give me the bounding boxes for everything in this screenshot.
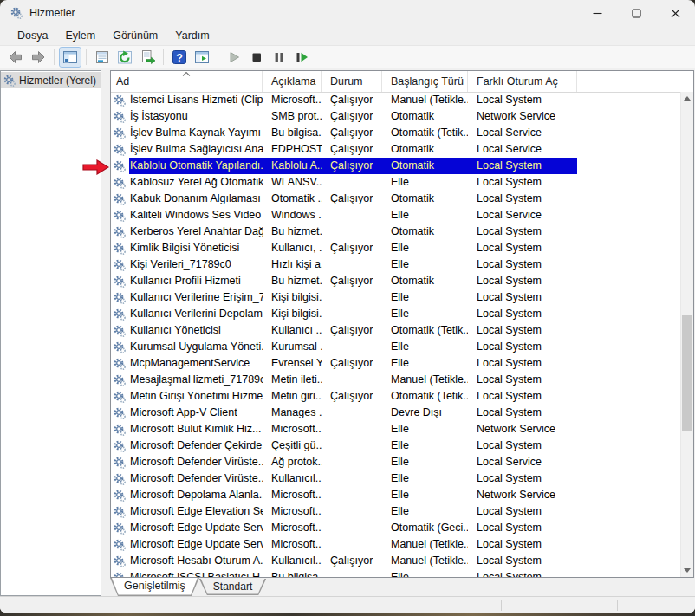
extended-view-button[interactable] bbox=[192, 48, 212, 67]
table-row[interactable]: Microsoft Edge Update Serv...Microsoft..… bbox=[111, 536, 680, 553]
gear-icon bbox=[114, 111, 126, 123]
table-row[interactable]: Microsoft Depolama Alanla...Microsoft...… bbox=[111, 487, 680, 503]
table-row[interactable]: Microsoft Edge Update Serv...Microsoft..… bbox=[111, 520, 680, 536]
scrollbar-thumb[interactable] bbox=[682, 315, 692, 431]
service-startup-type-cell: Elle bbox=[382, 470, 468, 487]
gear-icon bbox=[114, 490, 126, 502]
service-log-on-as-cell: Local System bbox=[468, 520, 577, 536]
close-button[interactable] bbox=[656, 0, 695, 26]
service-startup-type-cell: Elle bbox=[382, 289, 468, 306]
service-log-on-as-cell: Local System bbox=[468, 553, 577, 569]
scroll-up-button[interactable] bbox=[681, 92, 693, 105]
table-row[interactable]: Microsoft Hesabı Oturum A...Kullanıcıl..… bbox=[111, 553, 680, 569]
table-row[interactable]: İşlev Bulma Kaynak YayımıBu bilgisa...Ça… bbox=[111, 125, 680, 141]
service-status-cell bbox=[322, 454, 382, 470]
refresh-icon bbox=[116, 49, 133, 66]
pause-service-icon bbox=[270, 49, 288, 66]
table-row[interactable]: McpManagementServiceEvrensel Y...Çalışıy… bbox=[111, 355, 680, 372]
service-log-on-as-cell: Local System bbox=[468, 372, 577, 388]
column-header-farkl-oturum-a-[interactable]: Farklı Oturum Aç bbox=[468, 71, 577, 92]
back-button[interactable] bbox=[5, 48, 26, 67]
gear-icon bbox=[114, 440, 126, 452]
table-row[interactable]: Metin Girişi Yönetimi HizmetiMetin giri.… bbox=[111, 388, 680, 405]
column-header-a-klama[interactable]: Açıklama bbox=[263, 71, 322, 92]
export-list-button[interactable] bbox=[137, 48, 158, 67]
help-button[interactable]: ? bbox=[169, 48, 190, 67]
stop-service-button[interactable] bbox=[246, 48, 267, 67]
console-tree-panel: Hizmetler (Yerel) bbox=[0, 70, 101, 596]
table-row[interactable]: Kullanıcı Verilerine Erişim_7...Kişi bil… bbox=[111, 289, 680, 306]
service-status-cell: Çalışıyor bbox=[322, 158, 382, 174]
service-log-on-as-cell: Local System bbox=[468, 240, 577, 256]
service-startup-type-cell: Elle bbox=[382, 487, 468, 503]
table-row[interactable]: Kablolu Otomatik Yapılandı...Kablolu A..… bbox=[111, 158, 680, 174]
table-row[interactable]: Microsoft Edge Elevation Se...Microsoft.… bbox=[111, 503, 680, 520]
table-row[interactable]: Kullanıcı Profili HizmetiBu hizmet...Çal… bbox=[111, 273, 680, 289]
gear-icon bbox=[3, 75, 16, 87]
service-name: Kurumsal Uygulama Yöneti... bbox=[129, 339, 263, 355]
table-row[interactable]: Microsoft Defender Çekirde...Çeşitli gü.… bbox=[111, 438, 680, 454]
menu-item-dosya[interactable]: Dosya bbox=[9, 28, 56, 43]
service-status-cell: Çalışıyor bbox=[322, 553, 382, 569]
table-row[interactable]: MesajlaşmaHizmeti_71789c0Metin ileti...M… bbox=[111, 372, 680, 388]
service-description-cell: Ağ protok... bbox=[263, 454, 322, 470]
table-row[interactable]: İş İstasyonuSMB prot...ÇalışıyorOtomatik… bbox=[111, 108, 680, 125]
title-bar: Hizmetler bbox=[0, 0, 695, 26]
tab-standart[interactable]: Standart bbox=[199, 579, 266, 595]
gear-icon bbox=[114, 308, 126, 321]
service-name-cell: Kablosuz Yerel Ağ Otomatik... bbox=[111, 174, 263, 191]
service-description-cell: Kullanıcı ... bbox=[263, 322, 322, 339]
pause-service-button[interactable] bbox=[269, 48, 289, 67]
column-header-label: Farklı Oturum Aç bbox=[477, 75, 558, 88]
service-name: Microsoft Depolama Alanla... bbox=[129, 487, 263, 503]
service-name: Kerberos Yerel Anahtar Dağı... bbox=[129, 224, 263, 240]
service-startup-type-cell: Otomatik (Geci... bbox=[382, 520, 468, 536]
table-row[interactable]: İstemci Lisans Hizmeti (Clip...Microsoft… bbox=[111, 92, 680, 108]
table-row[interactable]: Microsoft App-V ClientManages ...Devre D… bbox=[111, 405, 680, 421]
table-row[interactable]: Microsoft iSCSI Başlatıcı H...Bu bilgisa… bbox=[111, 569, 680, 577]
maximize-button[interactable] bbox=[617, 0, 656, 26]
service-startup-type-cell: Elle bbox=[382, 256, 468, 273]
table-row[interactable]: Kabuk Donanım AlgılamasıOtomatik ...Çalı… bbox=[111, 191, 680, 207]
minimize-button[interactable] bbox=[578, 0, 617, 26]
service-log-on-as-cell: Network Service bbox=[468, 421, 577, 438]
menu-item-g-r-n-m[interactable]: Görünüm bbox=[104, 28, 166, 43]
table-row[interactable]: Kullanıcı YöneticisiKullanıcı ...Çalışıy… bbox=[111, 322, 680, 339]
table-row[interactable]: İşlev Bulma Sağlayıcısı Ana ...FDPHOST..… bbox=[111, 141, 680, 158]
table-row[interactable]: Microsoft Defender Virüste...Ağ protok..… bbox=[111, 454, 680, 470]
table-row[interactable]: Kurumsal Uygulama Yöneti...Kurumsal ...E… bbox=[111, 339, 680, 355]
service-startup-type-cell: Elle bbox=[382, 306, 468, 322]
table-row[interactable]: Kaliteli Windows Ses Video ...Windows ..… bbox=[111, 207, 680, 224]
restart-service-button[interactable] bbox=[291, 48, 312, 67]
service-log-on-as-cell: Local System bbox=[468, 536, 577, 553]
table-row[interactable]: Microsoft Defender Virüste...Kullanıcıl.… bbox=[111, 470, 680, 487]
show-console-tree-button[interactable] bbox=[60, 48, 81, 67]
refresh-button[interactable] bbox=[114, 48, 135, 67]
start-service-button[interactable] bbox=[224, 48, 244, 67]
service-name-cell: Kerberos Yerel Anahtar Dağı... bbox=[111, 224, 263, 240]
table-row[interactable]: Kullanıcı Verilerini Depolam...Kişi bilg… bbox=[111, 306, 680, 322]
table-row[interactable]: Kerberos Yerel Anahtar Dağı...Bu hizmet.… bbox=[111, 224, 680, 240]
sidebar-item-hizmetler-yerel[interactable]: Hizmetler (Yerel) bbox=[1, 72, 101, 88]
table-row[interactable]: Kimlik Bilgisi YöneticisiKullanıcı, ...Ç… bbox=[111, 240, 680, 256]
menu-item-eylem[interactable]: Eylem bbox=[56, 28, 104, 43]
properties-button[interactable] bbox=[92, 48, 113, 67]
gear-icon bbox=[114, 94, 126, 107]
table-row[interactable]: Kişi Verileri_71789c0Hızlı kişi a...Elle… bbox=[111, 256, 680, 273]
close-icon bbox=[671, 9, 680, 18]
status-bar-divider bbox=[501, 600, 502, 611]
vertical-scrollbar[interactable] bbox=[680, 92, 693, 577]
scroll-down-button[interactable] bbox=[681, 564, 693, 577]
service-startup-type-cell: Elle bbox=[382, 503, 468, 520]
tab-geni-letilmi-[interactable]: Genişletilmiş bbox=[110, 578, 199, 596]
menu-item-yard-m[interactable]: Yardım bbox=[166, 28, 218, 43]
service-name: Microsoft Defender Virüste... bbox=[129, 470, 263, 487]
table-row[interactable]: Kablosuz Yerel Ağ Otomatik...WLANSV...El… bbox=[111, 174, 680, 191]
service-name: Metin Girişi Yönetimi Hizmeti bbox=[129, 388, 263, 405]
service-status-cell bbox=[322, 503, 382, 520]
forward-button[interactable] bbox=[28, 48, 49, 67]
column-header-ba-lang-t-r-[interactable]: Başlangıç Türü bbox=[382, 71, 468, 92]
column-header-durum[interactable]: Durum bbox=[322, 71, 382, 92]
column-header-ad[interactable]: Ad bbox=[111, 71, 263, 92]
table-row[interactable]: Microsoft Bulut Kimlik Hiz...Microsoft..… bbox=[111, 421, 680, 438]
